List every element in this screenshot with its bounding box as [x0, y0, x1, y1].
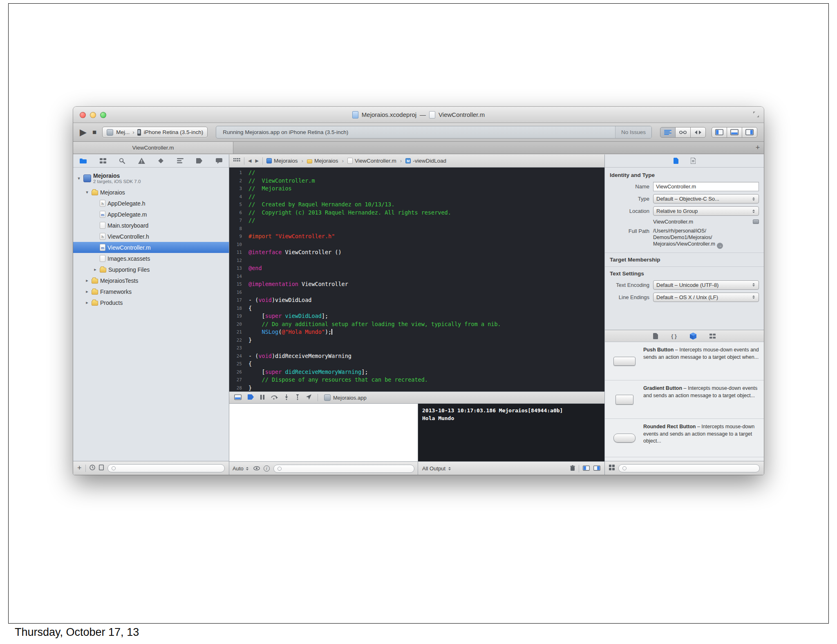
grid-view-icon[interactable] [609, 465, 615, 472]
pause-icon[interactable] [260, 395, 264, 401]
console-view[interactable]: 2013-10-13 10:17:03.186 Mejoraios[84944:… [418, 404, 604, 461]
stop-button[interactable]: ■ [92, 129, 96, 136]
file-tree-item-main-storyboard[interactable]: Main.storyboard [73, 220, 229, 231]
library-item-gradient[interactable]: Gradient Button – Intercepts mouse-down … [605, 380, 764, 419]
line-number: 14 [229, 273, 242, 281]
tab-viewcontroller[interactable]: ViewController.m [73, 142, 233, 154]
show-console-pane-icon[interactable] [593, 465, 600, 472]
console-filter-label: All Output [422, 465, 445, 472]
library-item-rounded[interactable]: Rounded Rect Button – Intercepts mouse-d… [605, 419, 764, 457]
trash-icon[interactable] [570, 465, 575, 472]
file-tree-item-mejoraiostests[interactable]: ▸MejoraiosTests [73, 275, 229, 286]
breakpoint-navigator-icon[interactable] [196, 158, 203, 163]
step-into-icon[interactable] [284, 394, 289, 401]
line-endings-popup[interactable]: Default – OS X / Unix (LF) [653, 293, 759, 302]
toggle-navigator-button[interactable] [712, 127, 727, 138]
step-out-icon[interactable] [295, 394, 300, 401]
related-items-icon[interactable] [233, 158, 240, 164]
recent-files-icon[interactable] [90, 465, 95, 472]
issue-navigator-icon[interactable] [138, 158, 145, 164]
breakpoints-toggle-icon[interactable] [248, 394, 254, 401]
line-endings-row: Line Endings Default – OS X / Unix (LF) [610, 293, 759, 302]
disclosure-triangle[interactable]: ▸ [85, 300, 90, 305]
window-titlebar[interactable]: Mejoraios.xcodeproj — ViewController.m [73, 107, 764, 123]
file-tree-item-images-xcassets[interactable]: Images.xcassets [73, 253, 229, 264]
navigator-filter-field[interactable] [107, 464, 225, 472]
eye-icon[interactable] [253, 465, 260, 472]
library-filter-field[interactable] [618, 464, 760, 472]
file-template-library-icon[interactable] [653, 333, 658, 339]
scheme-selector[interactable]: Mej... iPhone Retina (3.5-inch) [102, 127, 208, 138]
info-icon[interactable] [264, 465, 270, 472]
console-output-popup[interactable]: All Output [422, 465, 452, 472]
standard-editor-button[interactable] [660, 127, 676, 138]
file-tree-item-appdelegate-h[interactable]: hAppDelegate.h [73, 198, 229, 209]
file-tree-item-viewcontroller-h[interactable]: hViewController.h [73, 231, 229, 242]
file-tree-item-appdelegate-m[interactable]: mAppDelegate.m [73, 209, 229, 220]
breadcrumb-project[interactable]: Mejoraios [266, 158, 298, 164]
file-tree-item-viewcontroller-m[interactable]: mViewController.m [73, 242, 229, 253]
file-tree: ▾MejoraioshAppDelegate.hmAppDelegate.mMa… [73, 187, 229, 308]
folder-icon[interactable] [753, 219, 759, 224]
fullscreen-icon[interactable] [753, 112, 759, 119]
line-number: 22 [229, 336, 242, 344]
project-navigator-icon[interactable] [80, 158, 87, 163]
source-editor[interactable]: 1234567891011121314151617181920212223242… [229, 168, 604, 391]
code-line: #import "ViewController.h" [248, 233, 604, 241]
quick-help-icon[interactable] [691, 158, 696, 164]
location-popup[interactable]: Relative to Group [653, 206, 759, 216]
code-lines[interactable]: //// ViewController.m// Mejoraios//// Cr… [245, 168, 604, 391]
variables-view[interactable] [229, 404, 418, 461]
variables-scope-popup[interactable]: Auto [233, 465, 250, 472]
hide-debug-area-icon[interactable] [234, 394, 242, 401]
library-item-push[interactable]: Push Button – Intercepts mouse-down even… [605, 342, 764, 380]
folder-icon [92, 279, 98, 284]
code-snippet-library-icon[interactable] [671, 333, 677, 339]
step-over-icon[interactable] [271, 394, 278, 401]
name-field[interactable]: ViewController.m [653, 182, 759, 191]
breadcrumb-file[interactable]: ViewController.m [347, 158, 396, 164]
debug-navigator-icon[interactable] [177, 158, 184, 163]
file-tree-item-frameworks[interactable]: ▸Frameworks [73, 286, 229, 297]
breadcrumb-method[interactable]: -viewDidLoad [405, 158, 446, 164]
test-navigator-icon[interactable] [158, 158, 164, 164]
debug-process[interactable]: Mejoraios.app [324, 394, 367, 401]
folder-icon [92, 190, 98, 195]
add-file-button[interactable] [77, 464, 82, 472]
toggle-utilities-button[interactable] [742, 127, 757, 138]
disclosure-triangle[interactable]: ▸ [93, 267, 98, 272]
version-editor-button[interactable] [690, 127, 706, 138]
symbol-navigator-icon[interactable] [100, 158, 106, 163]
disclosure-triangle[interactable]: ▾ [85, 190, 90, 195]
back-button[interactable] [248, 158, 251, 163]
disclosure-triangle[interactable]: ▸ [85, 289, 90, 294]
text-encoding-popup[interactable]: Default – Unicode (UTF-8) [653, 280, 759, 290]
show-variables-pane-icon[interactable] [583, 465, 590, 472]
new-tab-button[interactable] [752, 142, 764, 154]
assistant-editor-button[interactable] [675, 127, 691, 138]
media-library-icon[interactable] [709, 333, 716, 339]
file-tree-item-supporting-files[interactable]: ▸Supporting Files [73, 264, 229, 275]
variables-filter-field[interactable] [273, 465, 414, 473]
object-library-icon[interactable] [690, 333, 696, 340]
scm-status-icon[interactable] [99, 465, 104, 472]
iphone-icon [137, 129, 141, 136]
disclosure-triangle[interactable]: ▾ [76, 176, 81, 181]
search-navigator-icon[interactable] [119, 158, 125, 164]
reveal-arrow-icon[interactable] [717, 243, 723, 249]
file-tree-item-products[interactable]: ▸Products [73, 297, 229, 308]
file-tree-item-mejoraios[interactable]: ▾Mejoraios [73, 187, 229, 198]
forward-button[interactable] [255, 158, 258, 163]
toggle-debug-area-button[interactable] [727, 127, 742, 138]
library-item-textured[interactable]: Rounded Textured B... [605, 457, 764, 461]
breadcrumb-group[interactable]: Mejoraios [307, 158, 338, 164]
file-inspector-icon[interactable] [674, 158, 678, 164]
disclosure-triangle[interactable]: ▸ [85, 278, 90, 283]
code-line: } [248, 336, 604, 344]
run-button[interactable]: ▶ [80, 128, 87, 137]
line-number: 4 [229, 193, 242, 201]
type-popup[interactable]: Default – Objective-C So... [653, 194, 759, 203]
log-navigator-icon[interactable] [216, 158, 222, 164]
project-row[interactable]: ▾ Mejoraios 2 targets, iOS SDK 7.0 [73, 170, 229, 187]
location-icon[interactable] [306, 394, 311, 401]
